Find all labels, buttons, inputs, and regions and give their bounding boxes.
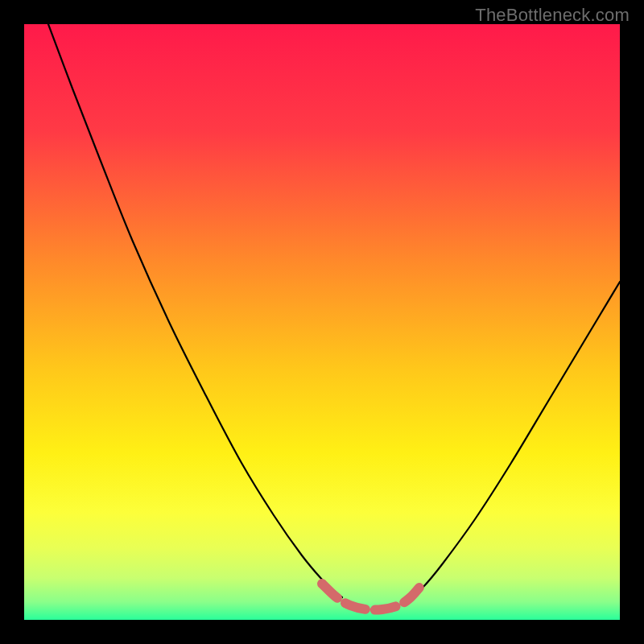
watermark-text: TheBottleneck.com (475, 5, 630, 26)
chart-frame: TheBottleneck.com (0, 0, 644, 644)
gradient-background (24, 24, 620, 620)
plot-area (24, 24, 620, 620)
chart-svg (24, 24, 620, 620)
